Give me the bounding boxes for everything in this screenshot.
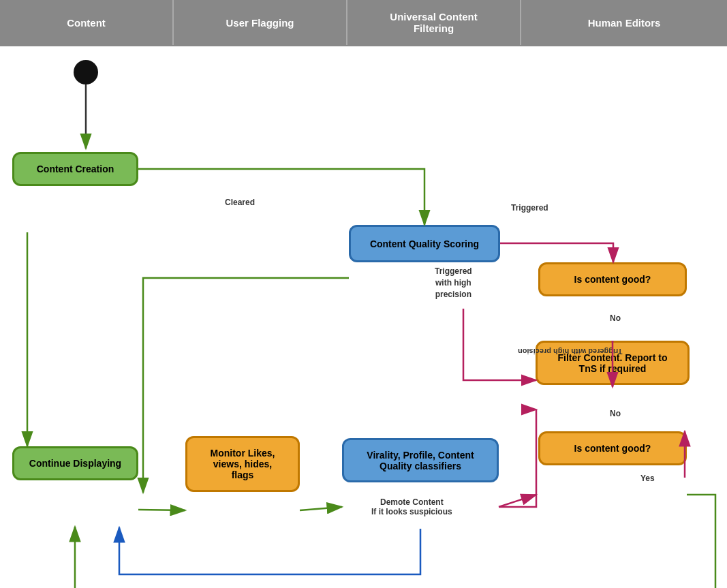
col-header-content-label: Content: [67, 17, 106, 29]
content-quality-scoring-label: Content Quality Scoring: [370, 238, 479, 249]
demote-text: Demote ContentIf it looks suspicious: [371, 497, 452, 516]
no-2-text: No: [610, 409, 621, 418]
col-header-ucf: Universal ContentFiltering: [347, 0, 521, 45]
label-no-1: No: [610, 313, 621, 323]
label-triggered-high-1: Triggeredwith highprecision: [435, 266, 472, 300]
label-no-2: No: [610, 409, 621, 418]
label-yes: Yes: [640, 474, 655, 483]
svg-line-7: [138, 510, 185, 510]
start-circle: [74, 60, 98, 84]
content-creation-label: Content Creation: [37, 164, 114, 174]
content-quality-scoring-node: Content Quality Scoring: [349, 225, 500, 262]
is-content-good-1-node: Is content good?: [538, 262, 687, 296]
label-triggered-high-2: Triggered with high precision: [518, 324, 625, 378]
triggered-high-1-text: Triggeredwith highprecision: [435, 266, 472, 299]
triggered-text: Triggered: [511, 203, 548, 213]
monitor-likes-label: Monitor Likes,views, hides,flags: [211, 448, 275, 480]
no-1-text: No: [610, 313, 621, 323]
cleared-text: Cleared: [225, 198, 255, 207]
col-header-human-editors: Human Editors: [521, 0, 727, 45]
label-demote: Demote ContentIf it looks suspicious: [371, 497, 452, 516]
col-header-human-editors-label: Human Editors: [588, 17, 661, 29]
header: Content User Flagging Universal ContentF…: [0, 0, 727, 46]
continue-displaying-node: Continue Displaying: [12, 446, 138, 480]
triggered-high-2-text: Triggered with high precision: [518, 345, 622, 356]
yes-text: Yes: [640, 474, 655, 483]
svg-line-8: [300, 507, 342, 510]
virality-label: Virality, Profile, ContentQuality classi…: [367, 450, 474, 471]
is-content-good-1-label: Is content good?: [574, 274, 651, 285]
label-triggered: Triggered: [511, 203, 548, 213]
monitor-likes-node: Monitor Likes,views, hides,flags: [185, 436, 300, 492]
virality-node: Virality, Profile, ContentQuality classi…: [342, 438, 499, 482]
continue-displaying-label: Continue Displaying: [29, 458, 121, 469]
diagram: Content User Flagging Universal ContentF…: [0, 0, 727, 588]
col-header-user-flagging-label: User Flagging: [226, 17, 294, 29]
col-header-ucf-label: Universal ContentFiltering: [390, 11, 477, 34]
label-cleared: Cleared: [225, 198, 255, 207]
is-content-good-2-label: Is content good?: [574, 443, 651, 454]
is-content-good-2-node: Is content good?: [538, 431, 687, 465]
col-header-user-flagging: User Flagging: [174, 0, 347, 45]
col-header-content: Content: [0, 0, 174, 45]
content-creation-node: Content Creation: [12, 152, 138, 186]
